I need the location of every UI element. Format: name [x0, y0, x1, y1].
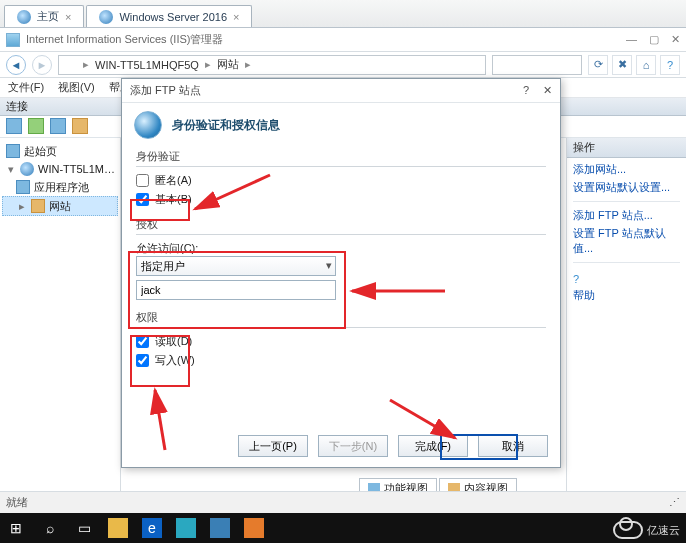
checkbox-label: 匿名(A): [155, 173, 192, 188]
browser-tab-strip: 主页 × Windows Server 2016 ×: [0, 0, 686, 28]
task-view-icon[interactable]: ▭: [74, 518, 94, 538]
checkbox-input[interactable]: [136, 174, 149, 187]
dialog-buttons: 上一页(P) 下一步(N) 完成(F) 取消: [238, 435, 548, 457]
folder-icon: [31, 199, 45, 213]
user-input[interactable]: [136, 280, 336, 300]
expand-icon[interactable]: ▾: [6, 161, 16, 177]
status-grip: ⋰: [669, 496, 680, 509]
actions-header: 操作: [567, 138, 686, 158]
maximize-icon[interactable]: ▢: [649, 33, 659, 46]
finish-button[interactable]: 完成(F): [398, 435, 468, 457]
tab-home[interactable]: 主页 ×: [4, 5, 84, 27]
tree-server[interactable]: ▾ WIN-TT5L1MHQF5Q: [2, 160, 118, 178]
app-icon[interactable]: [244, 518, 264, 538]
action-set-website-default[interactable]: 设置网站默认设置...: [573, 180, 680, 195]
dialog-header: 身份验证和授权信息: [122, 103, 560, 149]
allow-access-label: 允许访问(C):: [136, 241, 546, 256]
tree-label: 应用程序池: [34, 179, 89, 195]
apppool-icon: [16, 180, 30, 194]
close-icon[interactable]: ×: [233, 11, 239, 23]
watermark-logo: 亿速云: [613, 521, 680, 539]
cancel-button[interactable]: 取消: [478, 435, 548, 457]
tree-sites[interactable]: ▸ 网站: [2, 196, 118, 216]
breadcrumb-node: 网站: [217, 57, 239, 72]
tool-icon[interactable]: [50, 118, 66, 134]
checkbox-input[interactable]: [136, 354, 149, 367]
group-authentication: 身份验证 匿名(A) 基本(B): [136, 149, 546, 207]
menu-view[interactable]: 视图(V): [58, 80, 95, 95]
dialog-help-icon[interactable]: ?: [523, 84, 529, 97]
checkbox-label: 读取(D): [155, 334, 192, 349]
home-icon[interactable]: ⌂: [636, 55, 656, 75]
connections-tree[interactable]: 起始页 ▾ WIN-TT5L1MHQF5Q 应用程序池 ▸ 网站: [0, 138, 121, 501]
globe-icon: [17, 10, 31, 24]
help-icon[interactable]: ?: [660, 55, 680, 75]
server-icon: [20, 162, 34, 176]
address-row: ◄ ► ▸ WIN-TT5L1MHQF5Q ▸ 网站 ▸ ⟳ ✖ ⌂ ?: [0, 52, 686, 78]
search-icon[interactable]: ⌕: [40, 518, 60, 538]
nav-forward-button: ►: [32, 55, 52, 75]
allow-access-select[interactable]: 指定用户: [136, 256, 336, 276]
add-ftp-site-dialog: 添加 FTP 站点 ? ✕ 身份验证和授权信息 身份验证 匿名(A) 基本(B)…: [121, 78, 561, 468]
dialog-title: 添加 FTP 站点: [130, 83, 201, 98]
dialog-close-icon[interactable]: ✕: [543, 84, 552, 97]
refresh-icon[interactable]: ⟳: [588, 55, 608, 75]
group-authorization: 授权 允许访问(C): 指定用户 ▾: [136, 217, 546, 300]
checkbox-basic[interactable]: 基本(B): [136, 192, 546, 207]
tool-icon[interactable]: [6, 118, 22, 134]
window-title: Internet Information Services (IIS)管理器: [26, 32, 223, 47]
tab-server-label: Windows Server 2016: [119, 11, 227, 23]
minimize-icon[interactable]: —: [626, 33, 637, 46]
dialog-heading: 身份验证和授权信息: [172, 117, 280, 134]
action-add-website[interactable]: 添加网站...: [573, 162, 680, 177]
tool-icon[interactable]: [72, 118, 88, 134]
window-title-row: Internet Information Services (IIS)管理器 —…: [0, 28, 686, 52]
iis-manager-icon[interactable]: [210, 518, 230, 538]
iis-icon: [6, 33, 20, 47]
group-label: 授权: [136, 217, 546, 234]
help-icon: ?: [573, 273, 579, 285]
action-set-ftp-default[interactable]: 设置 FTP 站点默认值...: [573, 226, 680, 256]
checkbox-anonymous[interactable]: 匿名(A): [136, 173, 546, 188]
stop-icon[interactable]: ✖: [612, 55, 632, 75]
tree-label: 起始页: [24, 143, 57, 159]
server-manager-icon[interactable]: [176, 518, 196, 538]
checkbox-write[interactable]: 写入(W): [136, 353, 546, 368]
status-bar: 就绪 ⋰: [0, 491, 686, 513]
edge-icon[interactable]: e: [142, 518, 162, 538]
page-icon: [6, 144, 20, 158]
next-button: 下一步(N): [318, 435, 388, 457]
start-button[interactable]: ⊞: [6, 518, 26, 538]
menu-file[interactable]: 文件(F): [8, 80, 44, 95]
nav-back-button[interactable]: ◄: [6, 55, 26, 75]
connections-label: 连接: [6, 99, 28, 114]
checkbox-read[interactable]: 读取(D): [136, 334, 546, 349]
watermark-text: 亿速云: [647, 523, 680, 538]
prev-button[interactable]: 上一页(P): [238, 435, 308, 457]
checkbox-label: 基本(B): [155, 192, 192, 207]
globe-icon: [134, 111, 162, 139]
breadcrumb[interactable]: ▸ WIN-TT5L1MHQF5Q ▸ 网站 ▸: [58, 55, 486, 75]
taskbar[interactable]: ⊞ ⌕ ▭ e: [0, 513, 686, 543]
tree-label: 网站: [49, 198, 71, 214]
checkbox-label: 写入(W): [155, 353, 195, 368]
action-add-ftp[interactable]: 添加 FTP 站点...: [573, 208, 680, 223]
tree-app-pools[interactable]: 应用程序池: [2, 178, 118, 196]
action-help[interactable]: 帮助: [573, 288, 680, 303]
globe-icon: [65, 59, 77, 71]
status-text: 就绪: [6, 495, 28, 510]
globe-icon: [99, 10, 113, 24]
expand-icon[interactable]: ▸: [17, 198, 27, 214]
checkbox-input[interactable]: [136, 335, 149, 348]
close-icon[interactable]: ✕: [671, 33, 680, 46]
close-icon[interactable]: ×: [65, 11, 71, 23]
search-box[interactable]: [492, 55, 582, 75]
file-explorer-icon[interactable]: [108, 518, 128, 538]
actions-pane: 操作 添加网站... 设置网站默认设置... 添加 FTP 站点... 设置 F…: [566, 138, 686, 501]
breadcrumb-server: WIN-TT5L1MHQF5Q: [95, 59, 199, 71]
dialog-titlebar: 添加 FTP 站点 ? ✕: [122, 79, 560, 103]
tool-icon[interactable]: [28, 118, 44, 134]
tree-start-page[interactable]: 起始页: [2, 142, 118, 160]
tab-server[interactable]: Windows Server 2016 ×: [86, 5, 252, 27]
checkbox-input[interactable]: [136, 193, 149, 206]
